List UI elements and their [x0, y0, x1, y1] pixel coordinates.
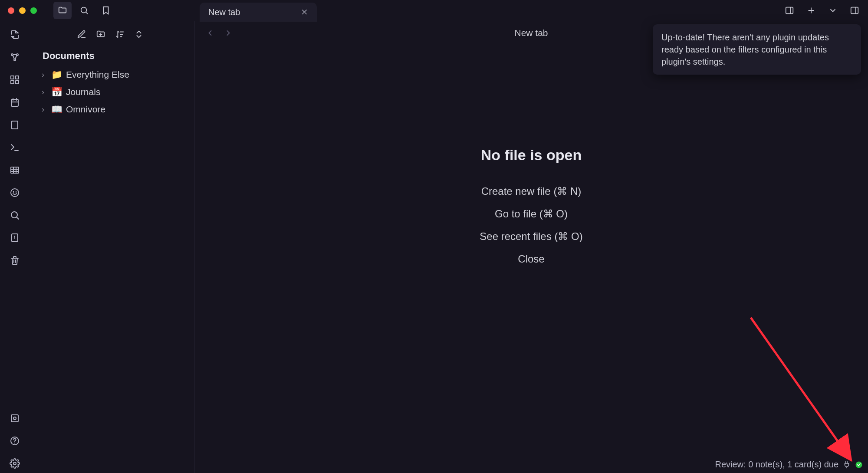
chevron-right-icon: › — [42, 105, 48, 114]
tab-title: New tab — [208, 7, 240, 17]
svg-point-20 — [13, 462, 16, 465]
svg-rect-10 — [11, 99, 18, 106]
svg-rect-1 — [786, 7, 793, 14]
memo-icon[interactable] — [5, 183, 24, 202]
folder-everything-else[interactable]: › 📁 Everything Else — [39, 66, 188, 83]
table-icon[interactable] — [5, 161, 24, 180]
collapse-icon[interactable] — [132, 27, 146, 42]
new-note-icon[interactable] — [74, 27, 89, 42]
svg-rect-2 — [851, 7, 858, 14]
svg-point-14 — [11, 189, 19, 197]
canvas-icon[interactable] — [5, 70, 24, 89]
chevron-right-icon: › — [42, 70, 48, 79]
folder-journals[interactable]: › 📅 Journals — [39, 83, 188, 101]
plug-icon[interactable] — [843, 461, 851, 469]
vault-icon[interactable] — [5, 409, 24, 428]
sort-icon[interactable] — [112, 27, 127, 42]
file-tree: › 📁 Everything Else › 📅 Journals › 📖 Omn… — [32, 66, 188, 118]
folder-label: Journals — [66, 87, 100, 97]
action-close[interactable]: Close — [480, 248, 582, 270]
new-folder-icon[interactable] — [93, 27, 108, 42]
svg-rect-8 — [11, 81, 14, 84]
svg-rect-17 — [11, 415, 18, 422]
new-tab-button[interactable] — [802, 2, 820, 19]
nav-back-icon[interactable] — [203, 26, 217, 40]
svg-point-18 — [13, 417, 16, 420]
vault-name[interactable]: Documents — [32, 49, 188, 63]
notification-text: Up-to-date! There aren't any plugin upda… — [661, 33, 829, 66]
svg-point-0 — [81, 7, 87, 13]
notification-toast[interactable]: Up-to-date! There aren't any plugin upda… — [653, 24, 861, 75]
empty-heading: No file is open — [480, 147, 582, 164]
templates-icon[interactable] — [5, 115, 24, 135]
tab-new[interactable]: New tab ✕ — [200, 3, 317, 22]
right-panel-toggle-icon[interactable] — [845, 2, 864, 19]
status-bar: Review: 0 note(s), 1 card(s) due — [715, 460, 863, 470]
content-title[interactable]: New tab — [514, 28, 548, 38]
svg-rect-9 — [16, 81, 19, 84]
tab-list-dropdown[interactable] — [824, 2, 842, 19]
action-go-to-file[interactable]: Go to file (⌘ O) — [480, 203, 582, 225]
trash-icon[interactable] — [5, 251, 24, 270]
check-icon[interactable] — [855, 461, 863, 469]
sidebar-toolbar — [32, 25, 188, 49]
close-window-button[interactable] — [8, 7, 14, 14]
titlebar — [0, 0, 868, 21]
graph-icon[interactable] — [5, 48, 24, 67]
folder-label: Omnivore — [66, 104, 105, 115]
nav-forward-icon[interactable] — [221, 26, 235, 40]
flashcards-icon[interactable] — [5, 228, 24, 247]
sidebar-right-toggle-icon[interactable] — [780, 2, 799, 19]
folder-emoji: 📅 — [51, 87, 62, 97]
action-create-new-file[interactable]: Create new file (⌘ N) — [480, 180, 582, 203]
settings-icon[interactable] — [5, 454, 24, 473]
command-palette-icon[interactable] — [5, 138, 24, 157]
window-controls — [8, 7, 37, 14]
svg-rect-13 — [11, 167, 19, 173]
file-explorer: Documents › 📁 Everything Else › 📅 Journa… — [30, 21, 194, 473]
minimize-window-button[interactable] — [19, 7, 26, 14]
bookmark-icon[interactable] — [97, 2, 115, 19]
folder-emoji: 📖 — [51, 104, 62, 115]
quick-switcher-icon[interactable] — [5, 25, 24, 44]
help-icon[interactable] — [5, 431, 24, 450]
left-ribbon — [0, 21, 30, 473]
svg-rect-11 — [12, 121, 18, 129]
search-icon[interactable] — [75, 2, 93, 19]
svg-point-15 — [11, 212, 17, 218]
content-pane: New tab No file is open Create new file … — [194, 21, 868, 473]
folder-emoji: 📁 — [51, 69, 62, 80]
files-icon[interactable] — [53, 2, 72, 19]
svg-rect-7 — [16, 76, 19, 79]
folder-omnivore[interactable]: › 📖 Omnivore — [39, 101, 188, 118]
chevron-right-icon: › — [42, 88, 48, 97]
close-tab-icon[interactable]: ✕ — [301, 7, 308, 17]
daily-note-icon[interactable] — [5, 93, 24, 112]
omnisearch-icon[interactable] — [5, 206, 24, 225]
action-see-recent-files[interactable]: See recent files (⌘ O) — [480, 225, 582, 248]
empty-state: No file is open Create new file (⌘ N) Go… — [480, 147, 582, 270]
svg-rect-12 — [12, 121, 18, 129]
maximize-window-button[interactable] — [30, 7, 37, 14]
status-review[interactable]: Review: 0 note(s), 1 card(s) due — [715, 460, 838, 470]
tab-bar: New tab ✕ — [200, 3, 317, 22]
folder-label: Everything Else — [66, 69, 129, 80]
svg-rect-6 — [11, 76, 14, 79]
